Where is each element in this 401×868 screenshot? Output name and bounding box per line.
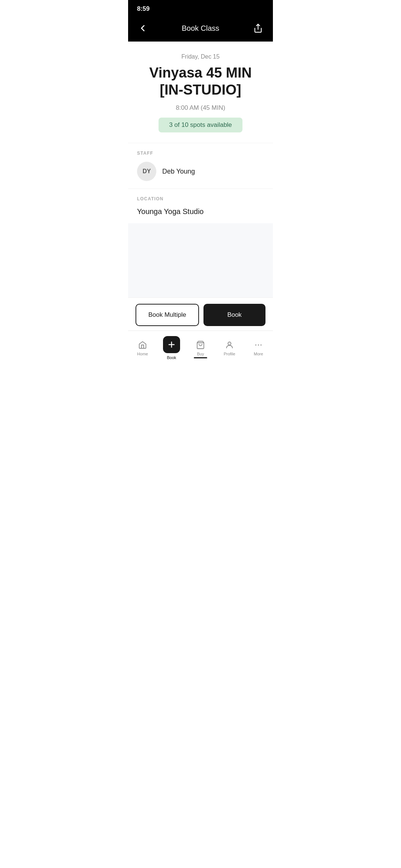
nav-item-home[interactable]: Home [128, 338, 157, 358]
nav-label-buy: Buy [197, 352, 204, 356]
svg-point-6 [258, 345, 259, 346]
active-underline [194, 357, 207, 358]
class-time: 8:00 AM (45 MIN) [137, 104, 264, 112]
profile-icon [224, 340, 235, 350]
content-spacer [128, 223, 273, 297]
svg-point-4 [228, 342, 231, 345]
bottom-nav: Home Book Buy [128, 331, 273, 368]
nav-label-profile: Profile [224, 352, 235, 356]
status-time: 8:59 [137, 5, 150, 13]
staff-section: STAFF DY Deb Young [128, 143, 273, 189]
spots-available-badge: 3 of 10 spots available [159, 118, 242, 132]
book-multiple-button[interactable]: Book Multiple [136, 304, 199, 326]
svg-point-5 [255, 345, 257, 346]
nav-label-home: Home [137, 352, 148, 356]
share-button[interactable] [251, 21, 265, 36]
buy-icon [195, 340, 206, 350]
class-info-section: Friday, Dec 15 Vinyasa 45 MIN [IN-STUDIO… [128, 42, 273, 143]
nav-item-more[interactable]: More [244, 338, 273, 358]
class-title: Vinyasa 45 MIN [IN-STUDIO] [137, 65, 264, 98]
nav-label-book: Book [167, 355, 176, 360]
location-section: LOCATION Younga Yoga Studio [128, 189, 273, 223]
class-date: Friday, Dec 15 [137, 53, 264, 60]
nav-item-profile[interactable]: Profile [215, 338, 244, 358]
main-content: Friday, Dec 15 Vinyasa 45 MIN [IN-STUDIO… [128, 42, 273, 368]
location-name: Younga Yoga Studio [137, 207, 264, 216]
nav-item-book[interactable]: Book [157, 334, 186, 362]
staff-name: Deb Young [162, 168, 195, 175]
status-bar: 8:59 [128, 0, 273, 16]
staff-section-label: STAFF [137, 151, 264, 156]
home-icon [137, 340, 148, 350]
nav-item-buy[interactable]: Buy [186, 338, 215, 358]
back-button[interactable] [136, 21, 150, 36]
book-button[interactable]: Book [203, 304, 265, 326]
page-title: Book Class [182, 24, 219, 33]
svg-point-7 [261, 345, 262, 346]
action-buttons: Book Multiple Book [128, 297, 273, 331]
staff-avatar: DY [137, 162, 156, 181]
staff-row: DY Deb Young [137, 162, 264, 181]
nav-header: Book Class [128, 16, 273, 42]
location-section-label: LOCATION [137, 196, 264, 201]
more-icon [253, 340, 264, 350]
nav-label-more: More [254, 352, 263, 356]
book-nav-icon-wrap [163, 336, 180, 353]
